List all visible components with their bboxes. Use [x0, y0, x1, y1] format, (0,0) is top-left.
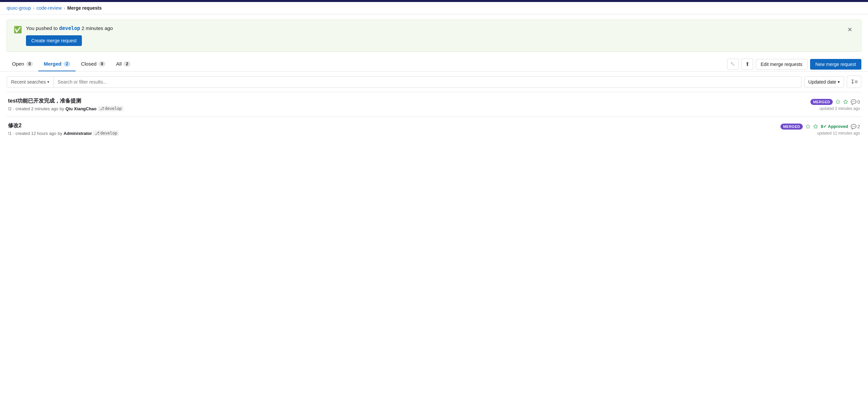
close-banner-button[interactable]: ✕ — [845, 25, 855, 34]
branch-icon: ⎇ — [95, 131, 99, 136]
edit-merge-requests-button[interactable]: Edit merge requests — [756, 59, 807, 69]
comment-count: 💬 2 — [851, 124, 860, 129]
merge-requests-list: test功能已开发完成，准备提测 !2 · created 2 minutes … — [7, 92, 861, 141]
mr-dot: · — [13, 131, 14, 136]
push-banner-message: You pushed to develop 2 minutes ago — [26, 25, 113, 31]
comment-count: 💬 0 — [851, 99, 860, 105]
pipeline-icon-1: ✿ — [805, 123, 810, 130]
breadcrumb-repo[interactable]: code-review — [37, 5, 62, 11]
comment-number: 0 — [857, 99, 860, 105]
breadcrumb-current: Merge requests — [67, 5, 101, 11]
tab-closed[interactable]: Closed 0 — [75, 57, 111, 71]
tabs-list: Open 0 Merged 2 Closed 0 All 2 — [7, 57, 136, 71]
push-branch: develop — [59, 25, 80, 31]
upload-icon: ⬆ — [745, 61, 749, 67]
table-row: test功能已开发完成，准备提测 !2 · created 2 minutes … — [7, 92, 861, 117]
sort-order-button[interactable]: ↧≡ — [847, 76, 861, 88]
sort-dropdown-button[interactable]: Updated date ▾ — [804, 76, 844, 88]
tab-open-label: Open — [12, 61, 24, 67]
mr-updated-time: updated 2 minutes ago — [819, 106, 860, 111]
mr-id: !1 — [8, 131, 12, 136]
mr-item-left: test功能已开发完成，准备提测 !2 · created 2 minutes … — [8, 97, 123, 111]
mr-id: !2 — [8, 106, 12, 111]
rss-feed-button[interactable]: ␇ — [727, 59, 739, 70]
pipeline-icon-2: ✿ — [813, 123, 818, 130]
merged-badge: MERGED — [780, 123, 803, 129]
mr-branch: ⎇ develop — [93, 130, 119, 136]
push-banner-content: ✅ You pushed to develop 2 minutes ago Cr… — [13, 25, 113, 46]
check-circle-icon: ✅ — [13, 26, 22, 34]
mr-branch: ⎇ develop — [98, 106, 123, 111]
tabs-bar: Open 0 Merged 2 Closed 0 All 2 ␇ ⬆ Edit … — [0, 57, 868, 71]
rss-icon: ␇ — [731, 61, 735, 67]
mr-title[interactable]: 修改2 — [8, 122, 119, 129]
export-button[interactable]: ⬆ — [742, 58, 753, 70]
mr-dot: · — [13, 106, 14, 111]
tab-merged-label: Merged — [43, 61, 61, 67]
breadcrumb-group[interactable]: qiuxc-group — [7, 5, 31, 11]
mr-title[interactable]: test功能已开发完成，准备提测 — [8, 97, 123, 105]
mr-author: Qiu XiangChao — [66, 106, 96, 111]
mr-updated-time: updated 11 minutes ago — [817, 131, 860, 136]
sort-order-icon: ↧≡ — [850, 79, 858, 85]
tab-all[interactable]: All 2 — [111, 57, 136, 71]
mr-by: by — [60, 106, 64, 111]
merged-badge: MERGED — [810, 99, 833, 105]
comment-number: 2 — [857, 124, 860, 129]
sort-label: Updated date — [808, 79, 836, 85]
tabs-actions: ␇ ⬆ Edit merge requests New merge reques… — [727, 58, 861, 70]
pipeline-icon-2: ✿ — [843, 98, 848, 106]
pipeline-icon-1: ✿ — [835, 98, 840, 106]
tab-closed-badge: 0 — [98, 61, 105, 67]
tab-all-badge: 2 — [123, 61, 130, 67]
mr-item-right: MERGED ✿ ✿ 💬 0 updated 2 minutes ago — [810, 98, 860, 111]
push-text: You pushed to — [26, 25, 58, 31]
breadcrumb-sep-2: › — [64, 5, 65, 11]
search-input[interactable] — [54, 76, 801, 88]
push-banner: ✅ You pushed to develop 2 minutes ago Cr… — [7, 20, 861, 52]
mr-by: by — [58, 131, 62, 136]
comment-icon-symbol: 💬 — [851, 99, 856, 105]
mr-created: created 2 minutes ago — [15, 106, 58, 111]
filter-section: Recent searches ▾ — [7, 76, 801, 88]
branch-icon: ⎇ — [99, 106, 104, 111]
push-time: 2 minutes ago — [82, 25, 113, 31]
mr-meta: !2 · created 2 minutes ago by Qiu XiangC… — [8, 106, 123, 111]
tab-all-label: All — [116, 61, 122, 67]
tab-merged-badge: 2 — [64, 61, 70, 67]
push-banner-text-block: You pushed to develop 2 minutes ago Crea… — [26, 25, 113, 46]
mr-created: created 12 hours ago — [15, 131, 56, 136]
tab-closed-label: Closed — [81, 61, 96, 67]
new-merge-request-button[interactable]: New merge request — [810, 59, 861, 69]
table-row: 修改2 !1 · created 12 hours ago by Adminis… — [7, 117, 861, 141]
mr-status-row: MERGED ✿ ✿ 💬 0 — [810, 98, 860, 106]
mr-author: Administrator — [64, 131, 92, 136]
mr-item-left: 修改2 !1 · created 12 hours ago by Adminis… — [8, 122, 119, 136]
chevron-down-icon: ▾ — [47, 80, 49, 84]
recent-searches-button[interactable]: Recent searches ▾ — [7, 76, 54, 88]
filter-bar: Recent searches ▾ Updated date ▾ ↧≡ — [0, 71, 868, 92]
tab-open[interactable]: Open 0 — [7, 57, 38, 71]
mr-item-right: MERGED ✿ ✿ 8✓ Approved 💬 2 updated 11 mi… — [780, 123, 860, 136]
approved-label: 8✓ Approved — [821, 124, 848, 129]
comment-icon-symbol: 💬 — [851, 124, 856, 129]
tab-merged[interactable]: Merged 2 — [38, 57, 75, 71]
branch-name: develop — [100, 131, 117, 136]
mr-meta: !1 · created 12 hours ago by Administrat… — [8, 130, 119, 136]
branch-name: develop — [105, 106, 122, 111]
breadcrumb: qiuxc-group › code-review › Merge reques… — [0, 2, 868, 14]
mr-status-row: MERGED ✿ ✿ 8✓ Approved 💬 2 — [780, 123, 860, 130]
sort-chevron-icon: ▾ — [838, 80, 840, 84]
create-merge-request-button[interactable]: Create merge request — [26, 35, 82, 46]
recent-searches-label: Recent searches — [11, 79, 46, 85]
tab-open-badge: 0 — [26, 61, 33, 67]
breadcrumb-sep-1: › — [33, 5, 35, 11]
